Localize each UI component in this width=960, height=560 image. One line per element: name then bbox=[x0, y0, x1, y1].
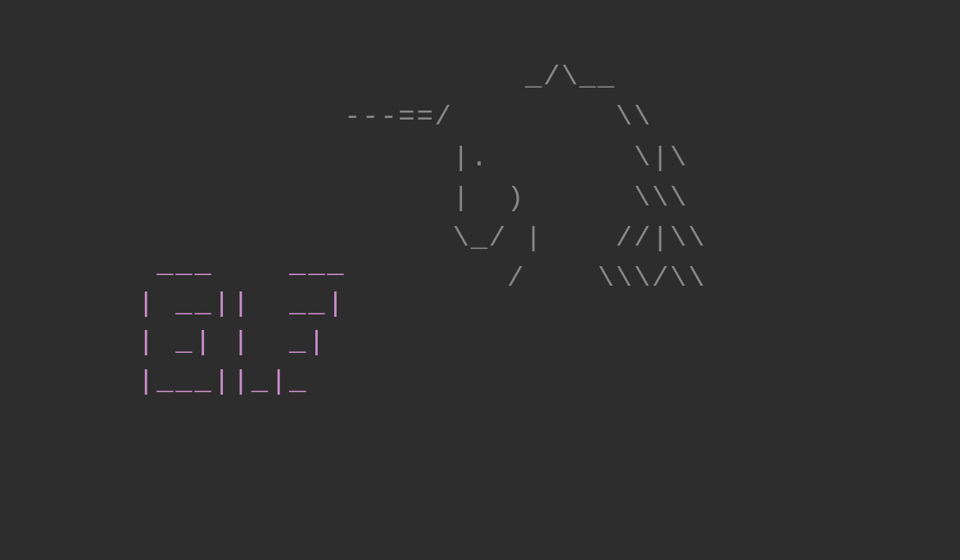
ascii-mountain-art: _/\__ ---==/ \\ |. \|\ | ) \\\ \_/ | //|… bbox=[344, 57, 706, 300]
ascii-text-art: ___ ___ | __|| __| | _| | _| |___||_|_ bbox=[119, 246, 346, 401]
